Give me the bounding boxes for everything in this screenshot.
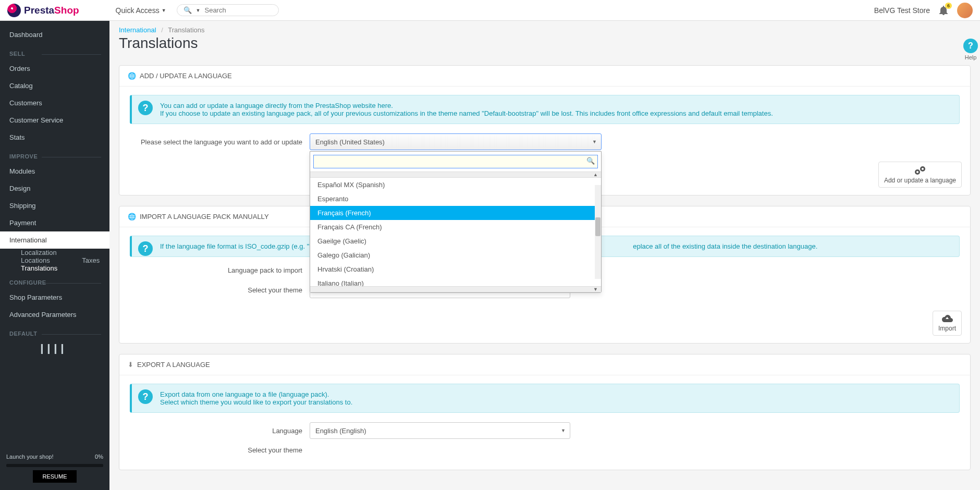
alert-line-2: Select which theme you would like to exp…: [160, 398, 952, 406]
panel-heading: 🌐 ADD / UPDATE A LANGUAGE: [119, 66, 970, 87]
alert-line-1: Export data from one language to a file …: [160, 390, 952, 398]
dropdown-option[interactable]: Français (French): [310, 206, 601, 220]
search-icon: 🔍: [183, 6, 192, 14]
panel-title: ADD / UPDATE A LANGUAGE: [140, 72, 232, 80]
sidebar-section-configure: CONFIGURE: [0, 272, 109, 289]
export-language-label: Language: [130, 427, 310, 435]
globe-icon: 🌐: [128, 72, 136, 80]
scroll-up-icon[interactable]: ▲: [310, 172, 601, 178]
notifications-bell[interactable]: 6: [939, 6, 948, 15]
help-button[interactable]: ? Help: [961, 39, 980, 60]
topbar: PrestaShop Quick Access ▼ 🔍 ▼ BelVG Test…: [0, 0, 980, 21]
sidebar-item-shipping[interactable]: Shipping: [0, 197, 109, 214]
info-alert: ? Export data from one language to a fil…: [130, 384, 960, 413]
sidebar-item-dashboard[interactable]: Dashboard: [0, 26, 109, 43]
page-title: Translations: [119, 35, 971, 52]
dropdown-option[interactable]: Gaeilge (Gaelic): [310, 234, 601, 248]
sidebar-section-default: DEFAULT: [0, 323, 109, 340]
sidebar-item-advanced-parameters[interactable]: Advanced Parameters: [0, 306, 109, 323]
gears-icon: [884, 165, 956, 176]
barcode-icon[interactable]: ▎▎▎▎: [0, 340, 109, 358]
scroll-down-icon[interactable]: ▼: [310, 286, 601, 292]
sidebar: Dashboard SELL Orders Catalog Customers …: [0, 21, 109, 490]
button-label: Add or update a language: [884, 177, 956, 184]
quick-access-menu[interactable]: Quick Access ▼: [116, 6, 166, 15]
add-update-language-button[interactable]: Add or update a language: [878, 162, 962, 188]
logo[interactable]: PrestaShop: [7, 4, 79, 17]
logo-text-2: Shop: [54, 5, 79, 16]
progress-bar: [6, 464, 103, 467]
sidebar-item-shop-parameters[interactable]: Shop Parameters: [0, 289, 109, 306]
panel-heading: ⬇ EXPORT A LANGUAGE: [119, 354, 970, 375]
dropdown-option[interactable]: Français CA (French): [310, 220, 601, 234]
notification-badge: 6: [945, 3, 952, 9]
dropdown-option[interactable]: Galego (Galician): [310, 248, 601, 262]
search-box[interactable]: 🔍 ▼: [177, 4, 279, 16]
chevron-down-icon[interactable]: ▼: [196, 8, 201, 13]
scrollbar-thumb[interactable]: [595, 217, 601, 236]
sidebar-footer: Launch your shop! 0% RESUME: [0, 446, 109, 490]
question-icon: ?: [138, 389, 153, 404]
logo-text-1: Presta: [24, 5, 54, 16]
alert-text-part2: eplace all of the existing data inside t…: [633, 242, 817, 250]
launch-label: Launch your shop!: [6, 454, 54, 460]
sidebar-item-orders[interactable]: Orders: [0, 60, 109, 77]
alert-line-2: If you choose to update an existing lang…: [160, 109, 952, 117]
help-icon: ?: [963, 39, 978, 53]
avatar[interactable]: [957, 3, 973, 18]
breadcrumb-current: Translations: [168, 26, 204, 34]
sidebar-menu: Dashboard SELL Orders Catalog Customers …: [0, 21, 109, 446]
info-alert: ? You can add or update a language direc…: [130, 95, 960, 124]
main-content: International / Translations Translation…: [109, 21, 980, 490]
import-button[interactable]: Import: [933, 311, 962, 336]
language-select[interactable]: English (United States): [310, 133, 602, 150]
dropdown-list: Español MX (Spanish)EsperantoFrançais (F…: [310, 178, 601, 286]
sidebar-item-stats[interactable]: Stats: [0, 129, 109, 146]
alert-line-1: You can add or update a language directl…: [160, 102, 952, 109]
panel-title: IMPORT A LANGUAGE PACK MANUALLY: [140, 213, 269, 220]
theme-select-label: Select your theme: [130, 286, 310, 294]
svg-point-3: [922, 168, 924, 170]
button-label: Import: [938, 325, 956, 332]
breadcrumb-separator: /: [161, 26, 163, 34]
sidebar-item-design[interactable]: Design: [0, 180, 109, 197]
chevron-down-icon: ▼: [162, 8, 166, 13]
sidebar-item-catalog[interactable]: Catalog: [0, 77, 109, 94]
topbar-right: BelVG Test Store 6: [874, 3, 973, 18]
sidebar-item-customer-service[interactable]: Customer Service: [0, 112, 109, 129]
dropdown-search-input[interactable]: [313, 155, 598, 168]
export-language-value: English (English): [315, 427, 366, 435]
search-icon: 🔍: [586, 157, 595, 165]
globe-icon: 🌐: [128, 213, 136, 220]
question-icon: ?: [138, 101, 153, 115]
breadcrumb: International / Translations: [119, 21, 971, 35]
export-language-select[interactable]: English (English): [310, 422, 570, 439]
panel-add-update-language: 🌐 ADD / UPDATE A LANGUAGE ? You can add …: [119, 65, 971, 195]
download-icon: ⬇: [128, 361, 133, 369]
breadcrumb-parent[interactable]: International: [119, 26, 156, 34]
logo-icon: [7, 4, 21, 17]
language-dropdown: 🔍 ▲ Español MX (Spanish)EsperantoFrançai…: [310, 151, 602, 293]
sidebar-item-customers[interactable]: Customers: [0, 94, 109, 112]
dropdown-option[interactable]: Esperanto: [310, 192, 601, 206]
sidebar-subitem-taxes[interactable]: Taxes: [61, 252, 109, 268]
help-label: Help: [961, 54, 980, 60]
sidebar-item-modules[interactable]: Modules: [0, 163, 109, 180]
svg-point-1: [916, 171, 918, 173]
dropdown-option[interactable]: Italiano (Italian): [310, 276, 601, 286]
sidebar-item-payment[interactable]: Payment: [0, 214, 109, 231]
language-select-label: Please select the language you want to a…: [130, 138, 310, 146]
panel-export-language: ⬇ EXPORT A LANGUAGE ? Export data from o…: [119, 354, 971, 470]
question-icon: ?: [138, 241, 153, 256]
export-theme-label: Select your theme: [130, 446, 310, 454]
language-pack-label: Language pack to import: [130, 266, 310, 274]
quick-access-label: Quick Access: [116, 6, 160, 15]
panel-title: EXPORT A LANGUAGE: [137, 361, 210, 369]
launch-percent: 0%: [95, 454, 103, 460]
store-name[interactable]: BelVG Test Store: [874, 6, 930, 15]
dropdown-option[interactable]: Hrvatski (Croatian): [310, 262, 601, 276]
search-input[interactable]: [204, 6, 272, 14]
sidebar-section-sell: SELL: [0, 43, 109, 60]
resume-button[interactable]: RESUME: [33, 470, 76, 483]
dropdown-option[interactable]: Español MX (Spanish): [310, 178, 601, 192]
